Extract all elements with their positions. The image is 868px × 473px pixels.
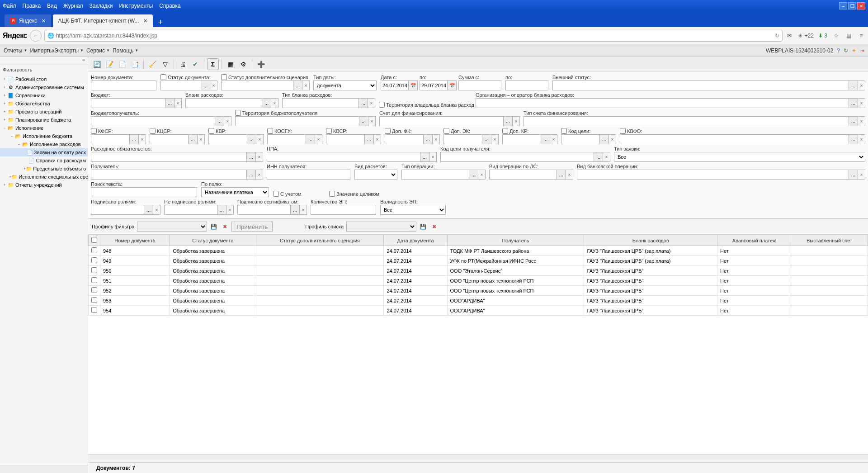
clear-icon[interactable]: × <box>603 152 610 162</box>
sum-to-input[interactable] <box>505 80 548 90</box>
clear-icon[interactable]: × <box>315 134 322 144</box>
row-check[interactable] <box>91 257 97 263</box>
lookup-icon[interactable]: … <box>594 152 603 162</box>
clear-icon[interactable]: × <box>226 205 234 215</box>
approve-button[interactable]: ✔ <box>189 58 201 70</box>
sum-from-input[interactable] <box>458 80 501 90</box>
window-close-button[interactable]: ✕ <box>857 2 865 9</box>
lookup-icon[interactable]: … <box>557 170 566 180</box>
columns-button[interactable]: ▦ <box>225 58 236 70</box>
downloads-widget[interactable]: ⬇ 3 <box>818 33 827 39</box>
kvsr-check[interactable] <box>326 128 332 134</box>
window-maximize-button[interactable]: ❐ <box>848 2 856 9</box>
clear-icon[interactable]: × <box>609 134 616 144</box>
lookup-icon[interactable]: … <box>165 98 175 108</box>
lookup-icon[interactable]: … <box>849 170 858 180</box>
menu-view[interactable]: Вид <box>47 3 57 9</box>
lookup-icon[interactable]: … <box>247 134 256 144</box>
row-check[interactable] <box>91 277 97 283</box>
clear-icon[interactable]: × <box>858 80 865 90</box>
kvfo-check[interactable] <box>620 128 626 134</box>
lookup-icon[interactable]: … <box>189 134 198 144</box>
menu-history[interactable]: Журнал <box>63 3 83 9</box>
clear-icon[interactable]: × <box>374 134 381 144</box>
lookup-icon[interactable]: … <box>541 134 550 144</box>
dopek-input[interactable] <box>443 134 482 144</box>
list-profile-select[interactable] <box>346 222 416 232</box>
tree-node[interactable]: +📁Исполнение специальных сред <box>0 173 88 181</box>
date-to-input[interactable] <box>420 80 448 90</box>
tree-node[interactable]: +📁Планирование бюджета <box>0 116 88 124</box>
tree-node[interactable]: −📂Исполнение <box>0 124 88 132</box>
kodceli-input[interactable] <box>561 134 600 144</box>
expand-icon[interactable]: + <box>2 101 7 106</box>
table-row[interactable]: 954Обработка завершена24.07.2014ООО"АРДИ… <box>89 306 868 316</box>
tree-node[interactable]: −📂Исполнение бюджета <box>0 132 88 140</box>
date-type-select[interactable]: документа <box>313 80 377 90</box>
column-header[interactable]: Бланк расходов <box>584 235 717 246</box>
ep-count-input[interactable] <box>311 205 376 215</box>
dopfk-input[interactable] <box>385 134 424 144</box>
lookup-icon[interactable]: … <box>365 134 374 144</box>
kvfo-input[interactable] <box>620 134 849 144</box>
territory-owner-check[interactable] <box>379 102 385 108</box>
tree-node[interactable]: +📁Просмотр операций <box>0 108 88 116</box>
add-scenario-input[interactable] <box>221 80 293 90</box>
lookup-icon[interactable]: … <box>420 152 429 162</box>
budget-recipient-input[interactable] <box>91 116 215 126</box>
clear-icon[interactable]: × <box>429 152 437 162</box>
clear-icon[interactable]: × <box>858 98 865 108</box>
table-row[interactable]: 948Обработка завершена24.07.2014ТОДК МФ … <box>89 246 868 256</box>
tree-node[interactable]: 📄Справки по расходам <box>0 156 88 165</box>
lookup-icon[interactable]: … <box>247 152 256 162</box>
tree-node[interactable]: +📁Отчеты учреждений <box>0 181 88 189</box>
whole-value-check[interactable] <box>329 191 335 197</box>
expense-commitment-input[interactable] <box>91 152 247 162</box>
clear-icon[interactable]: × <box>256 152 263 162</box>
clear-icon[interactable]: × <box>491 134 499 144</box>
lookup-icon[interactable]: … <box>482 134 491 144</box>
lookup-icon[interactable]: … <box>262 98 271 108</box>
recipient-inn-input[interactable] <box>267 170 350 180</box>
edit-button[interactable]: 📝 <box>104 58 115 70</box>
org-operator-input[interactable] <box>476 98 849 108</box>
signed-cert-input[interactable] <box>237 205 291 215</box>
weather-widget[interactable]: ☀ +22 <box>798 33 814 39</box>
tab-azk[interactable]: АЦК-БФТ. Интернет-клиент (W... × <box>53 14 153 27</box>
tree-node[interactable]: +📄Рабочий стол <box>0 75 88 83</box>
kosgu-check[interactable] <box>267 128 273 134</box>
grid-wrapper[interactable]: Номер документаСтатус документаСтатус до… <box>88 235 868 454</box>
column-header[interactable] <box>89 235 100 246</box>
npa-input[interactable] <box>267 152 420 162</box>
territory-recipient-input[interactable] <box>235 116 359 126</box>
hamburger-icon[interactable]: ≡ <box>857 33 865 39</box>
column-header[interactable]: Дата документа <box>384 235 447 246</box>
refresh-data-icon[interactable]: ↻ <box>844 47 848 54</box>
row-check[interactable] <box>91 297 97 303</box>
menu-help[interactable]: Помощь▼ <box>113 47 138 54</box>
recipient-input[interactable] <box>91 170 247 180</box>
expand-icon[interactable]: + <box>2 77 7 81</box>
lookup-icon[interactable]: … <box>359 116 368 126</box>
select-all-check[interactable] <box>91 237 97 243</box>
lookup-icon[interactable]: … <box>247 170 256 180</box>
clear-icon[interactable]: × <box>566 170 573 180</box>
menu-bookmarks[interactable]: Закладки <box>90 3 113 9</box>
clear-icon[interactable]: × <box>139 134 146 144</box>
territory-recipient-check[interactable] <box>235 110 241 116</box>
bookmark-star-icon[interactable]: ☆ <box>832 33 840 39</box>
clear-icon[interactable]: × <box>300 205 307 215</box>
menu-service[interactable]: Сервис▼ <box>86 47 110 54</box>
expand-icon[interactable]: + <box>2 183 7 187</box>
add-record-button[interactable]: ➕ <box>255 58 267 70</box>
sum-button[interactable]: Σ <box>207 58 219 70</box>
clear-icon[interactable]: × <box>550 134 557 144</box>
dopfk-check[interactable] <box>385 128 391 134</box>
filter-button[interactable]: ▽ <box>159 58 171 70</box>
apply-button[interactable]: Применить <box>231 222 273 232</box>
clear-icon[interactable]: × <box>256 134 264 144</box>
lookup-icon[interactable]: … <box>130 134 139 144</box>
print-button[interactable]: 🖨 <box>177 58 189 70</box>
lookup-icon[interactable]: … <box>424 134 433 144</box>
filter-profile-select[interactable] <box>137 222 207 232</box>
